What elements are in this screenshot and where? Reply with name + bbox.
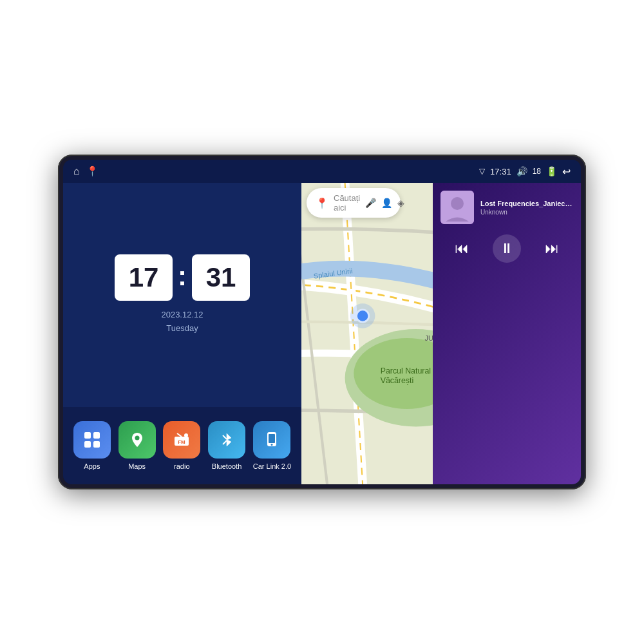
music-info: Lost Frequencies_Janieck Devy-... Unknow… [433,183,581,229]
maps-icon-bg [118,421,156,459]
svg-point-11 [271,444,273,446]
svg-rect-0 [84,432,91,439]
clock-hours: 17 [115,254,173,301]
svg-point-35 [350,303,375,328]
svg-rect-2 [84,441,91,448]
music-play-button[interactable]: ⏸ [493,234,521,263]
app-icons-row: Apps Maps [63,407,301,484]
svg-point-44 [451,197,464,210]
apps-icon-bg [73,421,111,459]
right-panel: 📍 Căutați aici 🎤 👤 ◈ [301,183,433,484]
clock-colon: : [178,261,187,292]
map-svg: TRAPEZULUI BUCUREȘTI JUDEȚUL ILFOV BERCE… [301,183,433,484]
status-left-icons: ⌂ 📍 [73,166,99,177]
svg-line-8 [177,433,182,437]
music-album-art [440,191,474,224]
svg-rect-1 [93,432,100,439]
bluetooth-symbol-icon [217,430,236,450]
status-time: 17:31 [490,167,511,176]
svg-text:FM: FM [178,439,186,445]
apps-label: Apps [84,462,100,470]
map-search-bar[interactable]: 📍 Căutați aici 🎤 👤 ◈ [307,188,401,218]
carlink-icon-bg [253,421,290,459]
music-thumbnail [440,191,474,224]
carlink-phone-icon [262,430,281,450]
volume-level: 18 [533,167,541,176]
clock-date: 2023.12.12 Tuesday [161,308,203,336]
svg-text:Parcul Natural: Parcul Natural [381,366,431,375]
layers-icon[interactable]: ◈ [397,198,404,208]
bluetooth-label: Bluetooth [212,462,242,470]
music-prev-button[interactable]: ⏮ [455,240,469,257]
music-panel: Lost Frequencies_Janieck Devy-... Unknow… [433,183,581,484]
volume-icon: 🔊 [516,166,527,176]
music-controls: ⏮ ⏸ ⏭ [433,229,581,273]
svg-text:Văcărești: Văcărești [381,376,414,385]
clock-widget: 17 : 31 2023.12.12 Tuesday [63,183,301,407]
app-icon-maps[interactable]: Maps [118,421,156,470]
app-icon-carlink[interactable]: Car Link 2.0 [253,421,291,470]
maps-status-icon[interactable]: 📍 [86,166,99,177]
maps-logo-icon: 📍 [316,197,328,209]
svg-point-4 [135,436,139,440]
clock-display: 17 : 31 [115,254,250,301]
battery-icon: 🔋 [546,166,557,176]
status-bar: ⌂ 📍 ▽ 17:31 🔊 18 🔋 ↩ [63,160,581,183]
radio-icon-bg: FM [163,421,200,459]
music-title: Lost Frequencies_Janieck Devy-... [480,200,573,207]
app-icon-radio[interactable]: FM radio [163,421,200,470]
map-container[interactable]: 📍 Căutați aici 🎤 👤 ◈ [301,183,433,484]
main-content: 17 : 31 2023.12.12 Tuesday [63,183,581,484]
left-panel: 17 : 31 2023.12.12 Tuesday [63,183,301,484]
map-search-placeholder: Căutați aici [334,193,360,213]
music-artist: Unknown [480,209,573,216]
maps-label: Maps [128,462,146,470]
map-search-action-icons: 🎤 👤 ◈ [365,198,404,208]
device-frame: ⌂ 📍 ▽ 17:31 🔊 18 🔋 ↩ 17 : [58,155,586,489]
svg-rect-10 [269,434,275,443]
music-next-button[interactable]: ⏭ [545,240,559,257]
svg-text:JUDEȚUL ILFOV: JUDEȚUL ILFOV [424,334,433,342]
svg-rect-3 [93,441,100,448]
maps-pin-icon [128,430,147,450]
radio-label: radio [174,462,189,470]
back-icon[interactable]: ↩ [562,166,571,178]
home-icon[interactable]: ⌂ [73,166,80,177]
music-text: Lost Frequencies_Janieck Devy-... Unknow… [480,200,573,216]
app-icon-apps[interactable]: Apps [73,421,111,470]
signal-icon: ▽ [479,167,485,176]
bluetooth-icon-bg [208,421,245,459]
apps-grid-icon [82,430,102,450]
carlink-label: Car Link 2.0 [253,462,291,470]
app-icon-bluetooth[interactable]: Bluetooth [208,421,245,470]
mic-icon[interactable]: 🎤 [365,198,376,208]
clock-minutes: 31 [192,254,250,301]
svg-point-7 [184,433,188,437]
status-right-icons: ▽ 17:31 🔊 18 🔋 ↩ [479,166,571,178]
radio-icon: FM [172,430,191,450]
account-icon[interactable]: 👤 [381,198,392,208]
device-screen: ⌂ 📍 ▽ 17:31 🔊 18 🔋 ↩ 17 : [63,160,581,484]
